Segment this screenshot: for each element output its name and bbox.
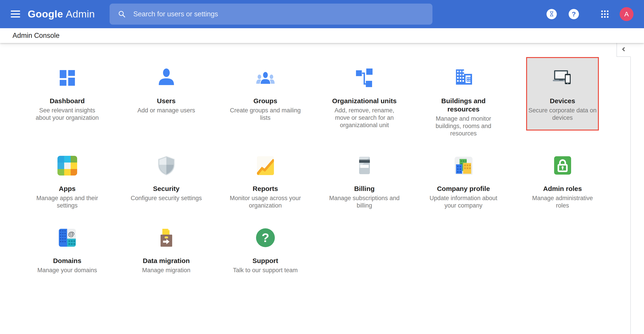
card-title: Buildings and resources	[427, 97, 500, 113]
data-migration-icon	[130, 227, 202, 248]
card-billing[interactable]: Billing Manage subscriptions and billing	[328, 145, 401, 209]
admin-roles-icon	[526, 155, 599, 176]
card-title: Support	[229, 256, 302, 265]
chevron-left-icon	[620, 46, 628, 54]
card-description: Secure corporate data on devices	[527, 107, 598, 122]
card-dashboard[interactable]: Dashboard See relevant insights about yo…	[31, 57, 104, 137]
buildings-icon	[427, 67, 500, 89]
card-description: See relevant insights about your organiz…	[31, 107, 104, 122]
card-description: Update information about your company	[427, 195, 500, 209]
avatar-letter: A	[624, 10, 629, 18]
top-app-bar: Google Admin ?	[0, 0, 644, 28]
side-panel-collapse-tab[interactable]	[616, 43, 630, 57]
apps-icon	[31, 155, 104, 176]
card-description: Manage and monitor buildings, rooms and …	[427, 115, 500, 137]
card-description: Add or manage users	[130, 107, 202, 114]
card-security[interactable]: Security Configure security settings	[130, 145, 202, 209]
help-button[interactable]: ?	[569, 9, 579, 19]
card-title: Dashboard	[31, 97, 104, 105]
logo-brand: Google	[28, 8, 63, 20]
card-description: Manage subscriptions and billing	[328, 195, 401, 209]
hourglass-icon	[549, 11, 554, 18]
card-description: Add, remove, rename, move or search for …	[328, 107, 401, 129]
account-avatar[interactable]: A	[620, 7, 634, 21]
card-title: Apps	[31, 184, 104, 193]
card-title: Devices	[527, 97, 598, 105]
logo-product: Admin	[66, 8, 95, 20]
card-description: Manage apps and their settings	[31, 195, 104, 209]
card-title: Data migration	[130, 256, 202, 265]
card-description: Talk to our support team	[229, 267, 302, 274]
card-title: Company profile	[427, 184, 500, 193]
search-icon	[118, 10, 126, 18]
trial-countdown-button[interactable]	[546, 9, 557, 19]
card-description: Manage your domains	[31, 267, 104, 274]
card-buildings-and-resources[interactable]: Buildings and resources Manage and monit…	[427, 57, 500, 137]
card-title: Admin roles	[526, 184, 599, 193]
billing-icon	[328, 155, 401, 176]
card-title: Organizational units	[328, 97, 401, 105]
menu-icon	[11, 15, 20, 19]
card-groups[interactable]: Groups Create groups and mailing lists	[229, 57, 302, 137]
card-apps[interactable]: Apps Manage apps and their settings	[31, 145, 104, 209]
card-admin-roles[interactable]: Admin roles Manage administrative roles	[526, 145, 599, 209]
card-title: Reports	[229, 184, 302, 193]
svg-text:?: ?	[262, 231, 269, 245]
collapsed-side-panel-border	[630, 57, 631, 334]
card-title: Users	[130, 97, 202, 105]
card-devices[interactable]: Devices Secure corporate data on devices	[526, 57, 599, 131]
card-description: Manage migration	[130, 267, 202, 274]
reports-icon	[229, 155, 302, 176]
apps-launcher-button[interactable]	[600, 10, 609, 18]
card-reports[interactable]: Reports Monitor usage across your organi…	[229, 145, 302, 209]
google-admin-logo[interactable]: Google Admin	[28, 0, 95, 28]
admin-card-grid: Dashboard See relevant insights about yo…	[31, 57, 599, 274]
card-title: Security	[130, 184, 202, 193]
card-domains[interactable]: @ Domains Manage your domains	[31, 217, 104, 274]
card-organizational-units[interactable]: Organizational units Add, remove, rename…	[328, 57, 401, 137]
support-icon: ?	[229, 227, 302, 248]
card-users[interactable]: Users Add or manage users	[130, 57, 202, 137]
card-title: Domains	[31, 256, 104, 265]
card-description: Monitor usage across your organization	[229, 195, 302, 209]
card-support[interactable]: ? Support Talk to our support team	[229, 217, 302, 274]
page-title: Admin Console	[12, 32, 60, 40]
search-bar[interactable]	[110, 4, 432, 25]
card-company-profile[interactable]: Company profile Update information about…	[427, 145, 500, 209]
org-units-icon	[328, 67, 401, 89]
users-icon	[130, 67, 202, 89]
card-description: Configure security settings	[130, 195, 202, 202]
svg-text:@: @	[68, 230, 74, 237]
devices-icon	[527, 67, 598, 89]
domains-icon: @	[31, 227, 104, 248]
menu-button[interactable]	[11, 10, 20, 18]
card-title: Billing	[328, 184, 401, 193]
page-header: Admin Console	[0, 28, 644, 43]
search-input[interactable]	[126, 4, 432, 25]
apps-grid-icon	[600, 16, 609, 19]
company-profile-icon	[427, 155, 500, 176]
card-title: Groups	[229, 97, 302, 105]
card-data-migration[interactable]: Data migration Manage migration	[130, 217, 202, 274]
card-description: Manage administrative roles	[526, 195, 599, 209]
card-description: Create groups and mailing lists	[229, 107, 302, 122]
dashboard-icon	[31, 67, 104, 89]
help-icon: ?	[572, 11, 576, 18]
groups-icon	[229, 67, 302, 89]
security-icon	[130, 155, 202, 176]
